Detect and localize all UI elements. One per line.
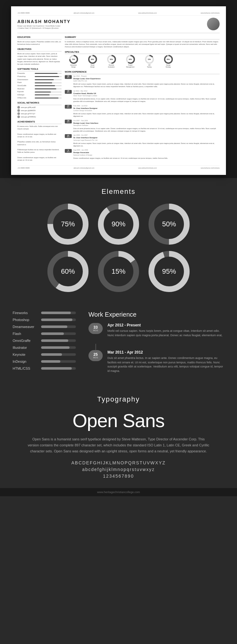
main-skill-bar-inner: [41, 346, 70, 349]
work-content: Jul 2010 - Mar 2012 Creative Head, Mobil…: [73, 90, 220, 103]
donut-label: 15%: [112, 267, 125, 276]
work-date: Jan 2006 - Oct 2007: [73, 134, 220, 136]
resume-skill-row: HTML/CSS: [17, 97, 62, 99]
work-mos-badge: 20 MOS: [65, 90, 72, 94]
work-desc: Morbi vel cursus sapien. Nunc turpis lor…: [73, 142, 220, 147]
specialty-label: ProjectManagement: [122, 64, 139, 68]
specialty-label: DesignStrategy: [160, 64, 177, 68]
skill-bar-fill: [35, 94, 50, 95]
main-skill-name: Flash: [13, 332, 41, 336]
work-entry: 20 MOS Jul 2010 - Mar 2012 Creative Head…: [65, 90, 220, 103]
work-exp-title: Work Experience: [88, 311, 224, 318]
work-experience-column: Work Experience 33 MOS Apr 2012 - Presen…: [88, 311, 224, 379]
work-mos-badge: 17 MOS: [65, 105, 72, 109]
main-skill-row: Illustrator: [13, 346, 76, 349]
work-job-title: Sr. User Interface Designer: [73, 107, 220, 110]
resume-avatar: [207, 18, 220, 30]
resume-name: ABINASH MOHANTY: [17, 19, 204, 25]
social-row: www.goo.gl/MLpmjW: [17, 106, 62, 109]
social-url: www.goo.gl/MLpmjW: [21, 106, 36, 109]
resume-role2: • Creative Head, UX @silvertouch • UI De…: [17, 27, 204, 29]
timeline-num: 25: [94, 353, 98, 356]
work-date: Jul 2010 - Mar 2012: [73, 90, 220, 92]
work-company: Semaphore Software: [73, 124, 220, 127]
skill-bar-fill: [35, 82, 52, 83]
work-content: Aug 2005 - Jan 2006 Design Associate Nat…: [73, 149, 220, 159]
timeline-date: Apr 2012 - Present: [107, 323, 224, 327]
main-skill-row: Dreamweaver: [13, 325, 76, 329]
donut-container: 90%: [98, 204, 139, 245]
skill-bar-fill: [35, 73, 58, 74]
main-skill-row: InDesign: [13, 360, 76, 363]
footer-url: www.heritagechristiancollege.com: [97, 491, 140, 494]
skill-bar-fill: [35, 76, 59, 77]
timeline-badge: 33 MOS: [88, 323, 103, 334]
resume-footer-website: www.abinashmohanty.com: [138, 167, 157, 169]
social-icon: [17, 116, 20, 118]
resume-social: Social Networks www.goo.gl/MLpmjW www.go…: [17, 101, 62, 118]
work-mos-label: MOS: [67, 122, 70, 123]
resume-header: ABINASH MOHANTY Design Lead @Quikr User …: [17, 18, 220, 33]
font-description: Open Sans is a humanist sans serif typef…: [27, 436, 210, 454]
main-skill-bar-outer: [41, 325, 76, 328]
timeline-num: 33: [94, 325, 98, 329]
work-entry: 17 MOS Feb 2009 - Jul 2010 Sr. User Inte…: [65, 105, 220, 118]
resume-card: +91 98980 98980 abinash.mohanty@gmail.co…: [11, 6, 226, 175]
skill-label: HTML/CSS: [17, 97, 35, 99]
resume-skill-row: Photoshop: [17, 75, 62, 78]
software-title: Software Tools: [17, 68, 62, 71]
timeline-desc: Morbi vel cursus sapien. Nunc turpis lor…: [107, 329, 224, 337]
achievements-text: Et massa eros. Nulla odio. Nulla consequ…: [17, 125, 62, 162]
mini-donut: 90%: [88, 55, 97, 64]
main-skill-bar-outer: [41, 339, 76, 342]
education-title: Education: [17, 36, 62, 39]
main-skill-row: Photoshop: [13, 318, 76, 322]
timeline-mos: MOS: [93, 356, 98, 359]
donut-container: 50%: [149, 204, 190, 245]
main-skill-name: OmniGraffe: [13, 339, 41, 343]
main-skill-bar-inner: [41, 319, 72, 321]
donut-label: 90%: [112, 220, 125, 228]
resume-skill-row: Keynote: [17, 91, 62, 93]
resume-specialties: Specialties 75% InteractionDesign 90% Vi…: [65, 51, 220, 68]
main-skill-name: InDesign: [13, 360, 41, 363]
main-skill-bar-inner: [41, 367, 72, 370]
skill-bar-bg: [35, 88, 62, 89]
specialty-item: 15% A/BTesting: [141, 55, 158, 68]
uppercase-alphabet: ABCDEFGHIJKLMNOPQRSTUVWXYZ: [13, 460, 224, 465]
work-company: Juriscope Legal Research Pvt. Ltd.: [73, 139, 220, 141]
work-job-title: Design Lead, User Interface: [73, 122, 220, 124]
resume-footer-phone: +91 98980 98980: [17, 167, 30, 169]
work-date: Aug 2005 - Jan 2006: [73, 149, 220, 151]
resume-skill-row: Dreamweaver: [17, 79, 62, 81]
timeline-content: Mar 2011 - Apr 2012 Duis sit amet pharet…: [107, 350, 224, 373]
work-mos-badge: 5 MOS: [65, 149, 72, 153]
specialty-item: 90% VisualDesign: [84, 55, 101, 68]
skill-bar-bg: [35, 73, 62, 74]
work-date: Feb 2009 - Jul 2010: [73, 105, 220, 107]
work-mos-label: MOS: [67, 92, 70, 93]
skill-bar-bg: [35, 79, 62, 80]
main-skill-bar-inner: [41, 332, 64, 335]
skill-label: InDesign: [17, 94, 35, 96]
timeline-mos: MOS: [93, 329, 98, 331]
specialty-label: HeuristicEvaluation: [103, 64, 120, 68]
social-row: www.goo.gl/VRBNXiz: [17, 116, 62, 118]
main-skill-bar-inner: [41, 360, 60, 363]
work-desc: Duis sit amet pharetra lectus. In ac sap…: [73, 98, 220, 103]
specialty-label: InteractionDesign: [65, 64, 82, 68]
skills-work-section: Fireworks Photoshop Dreamweaver Flash Om…: [0, 305, 237, 386]
resume-summary: Summary In vestibulum, metus ut dapibus …: [65, 36, 220, 48]
work-entry: 33 MOS Apr 2012 - Present Design Lead, U…: [65, 75, 220, 88]
social-url: www.goo.gl/YkYUyY: [21, 113, 35, 115]
resume-skill-row: InDesign: [17, 94, 62, 96]
work-desc: Duis sit amet pharetra lectus. In ac sap…: [73, 127, 220, 133]
resume-website: www.abinashmohanty.com: [138, 12, 157, 14]
work-date: Oct 2007 - Feb 2009: [73, 120, 220, 122]
donut-label: 50%: [162, 220, 176, 228]
main-skill-name: Keynote: [13, 353, 41, 356]
resume-work: Work Experience 33 MOS Apr 2012 - Presen…: [65, 70, 220, 159]
timeline-date: Mar 2011 - Apr 2012: [107, 350, 224, 355]
resume-phone: +91 98980 98980: [17, 12, 30, 14]
skill-label: Photoshop: [17, 75, 35, 78]
